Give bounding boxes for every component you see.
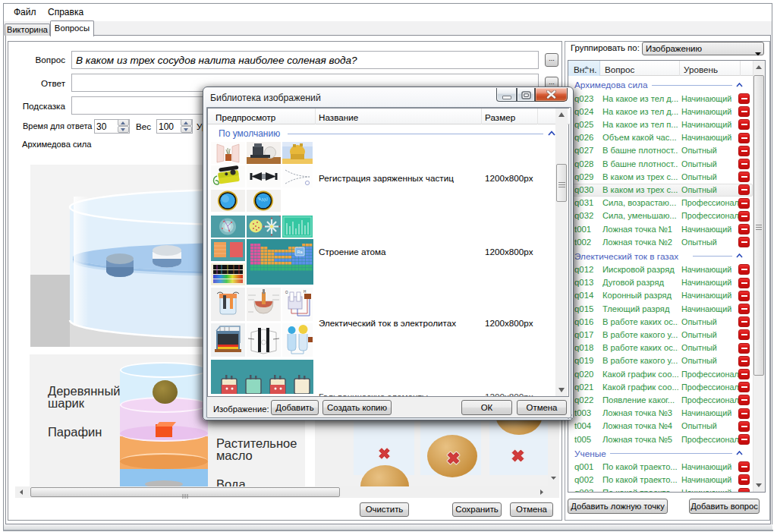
svg-text:Ra: Ra <box>297 250 304 254</box>
svg-text:H: H <box>304 290 306 294</box>
svg-text:O: O <box>285 291 288 294</box>
